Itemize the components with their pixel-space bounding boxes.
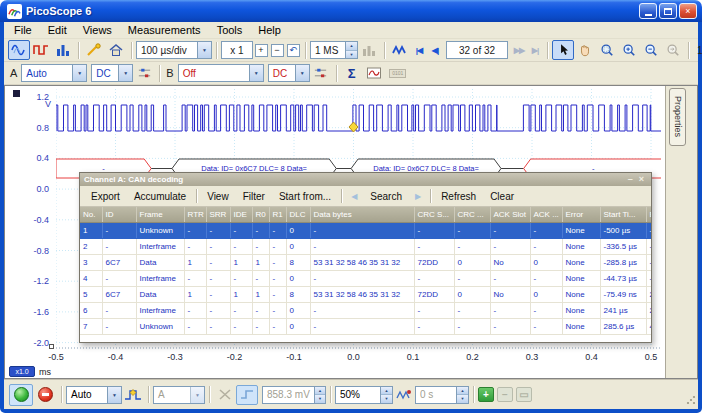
buffer-navigator-button[interactable]: [389, 40, 411, 60]
channel-a-range-select[interactable]: Auto▼: [21, 64, 87, 82]
trigger-mode-select[interactable]: Auto▼: [66, 386, 122, 404]
filter-button[interactable]: Filter: [236, 190, 272, 203]
resize-grip[interactable]: [684, 393, 697, 408]
channel-b-options-button[interactable]: [310, 63, 332, 83]
chevron-down-icon[interactable]: ▼: [72, 65, 86, 81]
column-header[interactable]: ID: [102, 207, 136, 222]
column-header[interactable]: CRC ...: [454, 207, 490, 222]
chevron-down-icon[interactable]: ▼: [118, 65, 132, 81]
trigger-delay-spinner[interactable]: 0 s▲▼: [415, 386, 469, 404]
search-previous-icon[interactable]: ◀: [345, 192, 363, 201]
column-header[interactable]: Data bytes: [310, 207, 414, 222]
persistence-view-button[interactable]: [30, 40, 52, 60]
x-axis-handle[interactable]: [49, 344, 54, 349]
decoder-minimize-button[interactable]: –: [625, 175, 636, 184]
title-bar[interactable]: PicoScope 6 ×: [0, 0, 702, 22]
chevron-down-icon[interactable]: ▼: [249, 65, 263, 81]
column-header[interactable]: SRR: [206, 207, 230, 222]
close-button[interactable]: ×: [679, 3, 697, 19]
hand-tool[interactable]: [574, 40, 596, 60]
spin-down-icon[interactable]: ▼: [381, 395, 392, 403]
accumulate-button[interactable]: Accumulate: [127, 190, 193, 203]
channel-b-range-select[interactable]: Off▼: [178, 64, 264, 82]
view-button[interactable]: View: [200, 190, 236, 203]
previous-note-button[interactable]: −: [497, 387, 513, 402]
column-header[interactable]: R1: [269, 207, 286, 222]
start-capture-button[interactable]: [9, 384, 33, 406]
menu-measurements[interactable]: Measurements: [120, 23, 209, 37]
zoom-x-reset-button[interactable]: ↶: [285, 40, 301, 60]
home-button[interactable]: [105, 40, 127, 60]
add-note-button[interactable]: +: [478, 387, 494, 402]
tab-properties[interactable]: Properties: [669, 88, 686, 146]
chevron-down-icon[interactable]: ▼: [197, 42, 211, 58]
channel-a-coupling-select[interactable]: DC▼: [91, 64, 133, 82]
column-header[interactable]: Error: [562, 207, 600, 222]
reference-waveforms-button[interactable]: [363, 63, 385, 83]
column-header[interactable]: Frame: [136, 207, 184, 222]
table-row[interactable]: 7-Unknown-----0-----None285.6 µs499.7 µs: [80, 318, 651, 334]
rapid-trigger-button[interactable]: [393, 385, 415, 405]
measurements-button[interactable]: [52, 40, 74, 60]
column-header[interactable]: IDE: [230, 207, 252, 222]
digital-inputs-button[interactable]: 0101: [385, 63, 411, 83]
timebase-select[interactable]: 100 µs/div▼: [136, 41, 212, 59]
math-channels-button[interactable]: Σ: [341, 63, 363, 83]
buffer-next-button[interactable]: ▶▶: [511, 40, 527, 60]
search-button[interactable]: Search: [363, 190, 409, 203]
undo-zoom-tool[interactable]: [662, 40, 684, 60]
spin-up-icon[interactable]: ▲: [315, 387, 325, 396]
trigger-source-select[interactable]: A▼: [153, 386, 205, 404]
trigger-level-spinner[interactable]: 858.3 mV▲▼: [262, 386, 326, 404]
refresh-button[interactable]: Refresh: [434, 190, 483, 203]
table-row[interactable]: 56C7Data1-11-853 31 32 58 46 35 31 3272D…: [80, 286, 651, 302]
pretrigger-spinner[interactable]: 50%▲▼: [335, 386, 393, 404]
spin-up-icon[interactable]: ▲: [457, 387, 468, 396]
zoom-x-minus-button[interactable]: −: [269, 40, 285, 60]
maximize-button[interactable]: [659, 3, 677, 19]
export-button[interactable]: Export: [84, 190, 127, 203]
column-header[interactable]: CRC S...: [414, 207, 454, 222]
table-row[interactable]: 1-Unknown-----0-----None-500 µs-336.5 µs: [80, 222, 651, 238]
menu-file[interactable]: File: [6, 23, 40, 37]
channel-b-coupling-select[interactable]: DC▼: [268, 64, 310, 82]
normal-selection-tool[interactable]: [552, 40, 574, 60]
horizontal-zoom-value[interactable]: x 1: [221, 41, 253, 59]
column-header[interactable]: R0: [252, 207, 269, 222]
rising-edge-button[interactable]: [214, 385, 236, 405]
menu-edit[interactable]: Edit: [40, 23, 75, 37]
column-header[interactable]: DLC: [286, 207, 310, 222]
buffer-first-button[interactable]: |◀: [411, 40, 427, 60]
column-header[interactable]: End Time: [646, 207, 651, 222]
next-note-button[interactable]: ▭: [516, 387, 532, 402]
column-header[interactable]: RTR: [184, 207, 206, 222]
menu-views[interactable]: Views: [75, 23, 120, 37]
decoder-close-button[interactable]: ×: [636, 175, 647, 184]
trigger-marker-button[interactable]: [122, 385, 144, 405]
channel-a-options-button[interactable]: [133, 63, 155, 83]
falling-edge-button[interactable]: [236, 385, 258, 405]
spin-down-icon[interactable]: ▼: [457, 395, 468, 403]
table-row[interactable]: 6-Interframe-----0-----None241 µs285 µs: [80, 302, 651, 318]
zoom-out-tool[interactable]: [640, 40, 662, 60]
column-header[interactable]: ACK ...: [530, 207, 562, 222]
decoder-panel-titlebar[interactable]: Channel A: CAN decoding – ×: [80, 173, 651, 186]
column-header[interactable]: Start Ti...: [600, 207, 646, 222]
spin-down-icon[interactable]: ▼: [315, 395, 325, 403]
menu-tools[interactable]: Tools: [209, 23, 251, 37]
probe-setup-button[interactable]: [83, 40, 105, 60]
scope-view-button[interactable]: [8, 40, 30, 60]
buffer-last-button[interactable]: ▶|: [527, 40, 543, 60]
column-header[interactable]: ACK Slot: [490, 207, 530, 222]
spin-down-icon[interactable]: ▼: [346, 51, 357, 59]
stop-capture-button[interactable]: [33, 384, 57, 406]
marquee-zoom-tool[interactable]: [596, 40, 618, 60]
bit-stream-button[interactable]: [358, 40, 380, 60]
minimize-button[interactable]: [639, 3, 657, 19]
spin-up-icon[interactable]: ▲: [381, 387, 392, 396]
start-from-button[interactable]: Start from...: [272, 190, 338, 203]
buffer-previous-button[interactable]: ◀|: [427, 40, 443, 60]
zoom-x-plus-button[interactable]: +: [253, 40, 269, 60]
search-next-icon[interactable]: ▶: [409, 192, 427, 201]
chevron-down-icon[interactable]: ▼: [190, 387, 204, 403]
